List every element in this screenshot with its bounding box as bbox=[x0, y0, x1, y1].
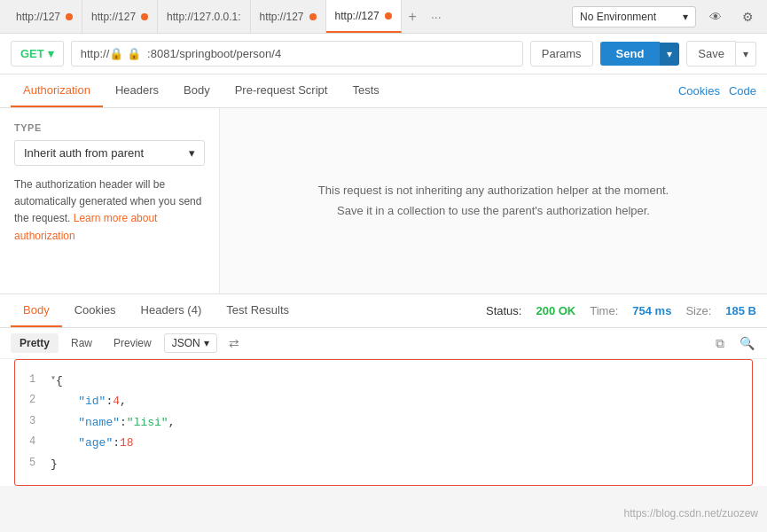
key-age: "age" bbox=[78, 433, 113, 453]
env-dropdown-icon: ▾ bbox=[683, 11, 688, 23]
table-row: 3 "name" : "lisi" , bbox=[29, 412, 738, 433]
tab-headers[interactable]: Headers bbox=[103, 74, 171, 107]
resp-tab-headers[interactable]: Headers (4) bbox=[129, 294, 215, 327]
resp-action-icons: ⧉ 🔍 bbox=[707, 333, 756, 353]
line-num-4: 4 bbox=[29, 433, 51, 453]
table-row: 4 "age" : 18 bbox=[29, 433, 738, 453]
fmt-dropdown-icon: ▾ bbox=[204, 337, 209, 349]
fmt-type-value: JSON bbox=[172, 337, 200, 349]
tab-prerequest[interactable]: Pre-request Script bbox=[223, 74, 340, 107]
tab-body-label: Body bbox=[184, 83, 210, 97]
send-dropdown-button[interactable]: ▾ bbox=[660, 43, 679, 66]
auth-type-select[interactable]: Inherit auth from parent ▾ bbox=[14, 140, 205, 166]
auth-type-dropdown-icon: ▾ bbox=[189, 146, 195, 160]
new-tab-button[interactable]: + bbox=[402, 9, 424, 25]
response-tabs: Body Cookies Headers (4) Test Results St… bbox=[0, 294, 767, 328]
tab-5[interactable]: http://127 bbox=[326, 0, 402, 33]
val-age: 18 bbox=[120, 433, 134, 453]
fmt-pretty[interactable]: Pretty bbox=[11, 333, 59, 353]
resp-tab-body[interactable]: Body bbox=[11, 294, 62, 327]
line-num-2: 2 bbox=[29, 391, 51, 411]
send-button[interactable]: Send bbox=[600, 42, 661, 66]
copy-icon[interactable]: ⧉ bbox=[710, 333, 730, 353]
time-value: 754 ms bbox=[632, 304, 671, 317]
search-icon[interactable]: 🔍 bbox=[737, 333, 756, 353]
request-bar: GET ▾ Params Send ▾ Save ▾ bbox=[0, 34, 767, 74]
environment-label: No Environment bbox=[580, 11, 656, 23]
close-brace: } bbox=[51, 454, 58, 474]
tab-1-dot bbox=[66, 13, 73, 20]
tab-2-dot bbox=[141, 13, 148, 20]
resp-status-area: Status: 200 OK Time: 754 ms Size: 185 B bbox=[486, 304, 756, 317]
save-button[interactable]: Save bbox=[686, 41, 736, 66]
size-label: Size: bbox=[685, 304, 711, 317]
method-dropdown-icon: ▾ bbox=[48, 47, 54, 60]
auth-sidebar: TYPE Inherit auth from parent ▾ The auth… bbox=[0, 108, 220, 293]
line-num-5: 5 bbox=[29, 454, 51, 474]
table-row: 5 } bbox=[29, 454, 738, 474]
tab-3-label: http://127.0.0.1: bbox=[167, 11, 240, 23]
params-button[interactable]: Params bbox=[530, 41, 593, 66]
tab-tests[interactable]: Tests bbox=[340, 74, 391, 107]
tab-authorization-label: Authorization bbox=[23, 83, 90, 97]
tab-bar-right: No Environment ▾ 👁 ⚙ bbox=[572, 4, 760, 29]
auth-description: The authorization header will be automat… bbox=[14, 176, 205, 245]
fmt-preview[interactable]: Preview bbox=[105, 333, 160, 353]
eye-icon-button[interactable]: 👁 bbox=[703, 4, 728, 29]
watermark: https://blog.csdn.net/zuozew bbox=[624, 507, 758, 520]
tab-4-dot bbox=[309, 13, 317, 20]
tab-prerequest-label: Pre-request Script bbox=[235, 83, 328, 97]
key-id: "id" bbox=[78, 391, 106, 411]
tab-3[interactable]: http://127.0.0.1: bbox=[158, 0, 250, 33]
table-row: 2 "id" : 4 , bbox=[29, 391, 738, 411]
req-tabs-right: Cookies Code bbox=[678, 84, 756, 98]
tab-body[interactable]: Body bbox=[171, 74, 223, 107]
fmt-type-select[interactable]: JSON ▾ bbox=[164, 333, 217, 353]
resp-tab-body-label: Body bbox=[23, 303, 50, 317]
tab-1-label: http://127 bbox=[16, 11, 60, 23]
json-code-area: 1 ▾ { 2 "id" : 4 , 3 "name" : "lisi" , bbox=[15, 362, 752, 483]
tab-4-label: http://127 bbox=[260, 11, 304, 23]
tab-authorization[interactable]: Authorization bbox=[11, 74, 103, 107]
auth-message: This request is not inheriting any autho… bbox=[308, 181, 680, 220]
resp-tab-testresults[interactable]: Test Results bbox=[214, 294, 301, 327]
settings-icon-button[interactable]: ⚙ bbox=[735, 4, 760, 29]
json-code-box: 1 ▾ { 2 "id" : 4 , 3 "name" : "lisi" , bbox=[14, 359, 753, 486]
time-label: Time: bbox=[590, 304, 618, 317]
tab-5-dot bbox=[385, 12, 392, 20]
tab-headers-label: Headers bbox=[115, 83, 159, 97]
method-select[interactable]: GET ▾ bbox=[11, 41, 64, 66]
line-num-1: 1 bbox=[29, 371, 51, 391]
more-tabs-button[interactable]: ··· bbox=[424, 10, 449, 24]
tab-2[interactable]: http://127 bbox=[82, 0, 158, 33]
fmt-raw[interactable]: Raw bbox=[62, 333, 101, 353]
size-value: 185 B bbox=[725, 304, 756, 317]
auth-type-value: Inherit auth from parent bbox=[24, 146, 144, 160]
code-link[interactable]: Code bbox=[729, 84, 756, 98]
resp-tab-cookies[interactable]: Cookies bbox=[62, 294, 129, 327]
send-button-group: Send ▾ bbox=[600, 42, 680, 66]
key-name: "name" bbox=[78, 412, 120, 433]
wrap-icon[interactable]: ⇄ bbox=[224, 333, 244, 353]
tab-5-label: http://127 bbox=[335, 10, 380, 22]
auth-main-content: This request is not inheriting any autho… bbox=[220, 108, 767, 293]
url-input[interactable] bbox=[71, 41, 523, 66]
val-name: "lisi" bbox=[127, 412, 168, 433]
tab-1[interactable]: http://127 bbox=[7, 0, 82, 33]
table-row: 1 ▾ { bbox=[29, 371, 738, 391]
save-button-group: Save ▾ bbox=[686, 41, 756, 66]
save-dropdown-button[interactable]: ▾ bbox=[736, 42, 756, 66]
status-value: 200 OK bbox=[536, 304, 575, 317]
cookies-link[interactable]: Cookies bbox=[678, 84, 720, 98]
request-tabs: Authorization Headers Body Pre-request S… bbox=[0, 74, 767, 108]
line-num-3: 3 bbox=[29, 412, 51, 433]
tab-4[interactable]: http://127 bbox=[251, 0, 326, 33]
resp-tab-testresults-label: Test Results bbox=[226, 303, 289, 317]
browser-tab-bar: http://127 http://127 http://127.0.0.1: … bbox=[0, 0, 767, 34]
tab-tests-label: Tests bbox=[352, 83, 379, 97]
method-label: GET bbox=[20, 47, 44, 60]
request-content: TYPE Inherit auth from parent ▾ The auth… bbox=[0, 108, 767, 294]
environment-select[interactable]: No Environment ▾ bbox=[572, 6, 696, 27]
resp-tab-cookies-label: Cookies bbox=[74, 303, 116, 317]
val-id: 4 bbox=[113, 391, 120, 411]
